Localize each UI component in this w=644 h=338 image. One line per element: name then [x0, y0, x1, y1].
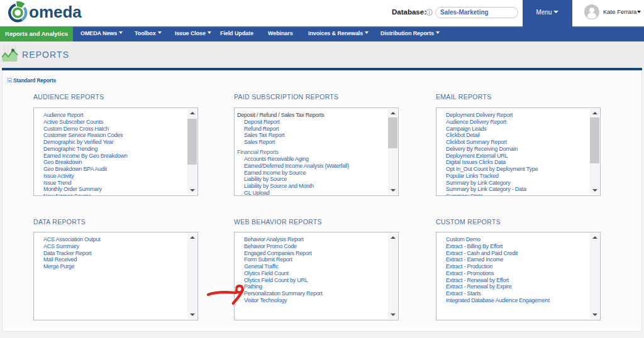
svg-text:omeda: omeda	[29, 3, 82, 21]
